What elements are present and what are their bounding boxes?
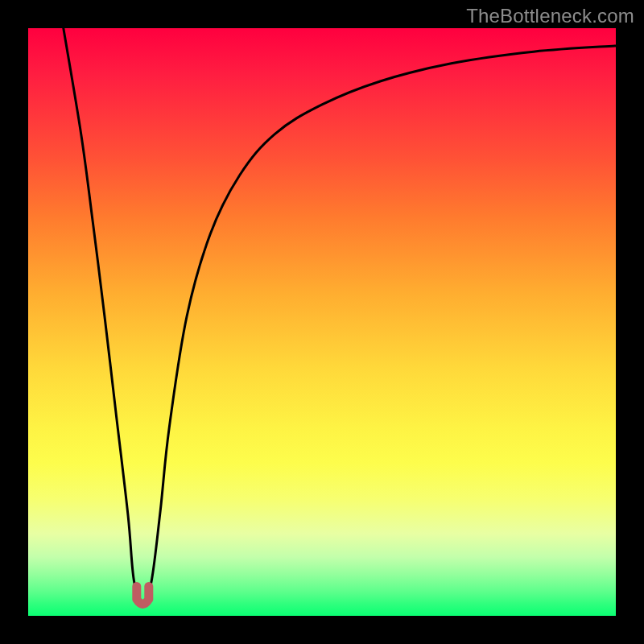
watermark-text: TheBottleneck.com <box>466 5 634 27</box>
chart-frame: TheBottleneck.com <box>0 0 644 644</box>
plot-area <box>28 28 616 616</box>
dip-marker-path <box>137 586 149 604</box>
bottleneck-curve-path <box>64 28 616 604</box>
bottleneck-curve-svg <box>28 28 616 616</box>
